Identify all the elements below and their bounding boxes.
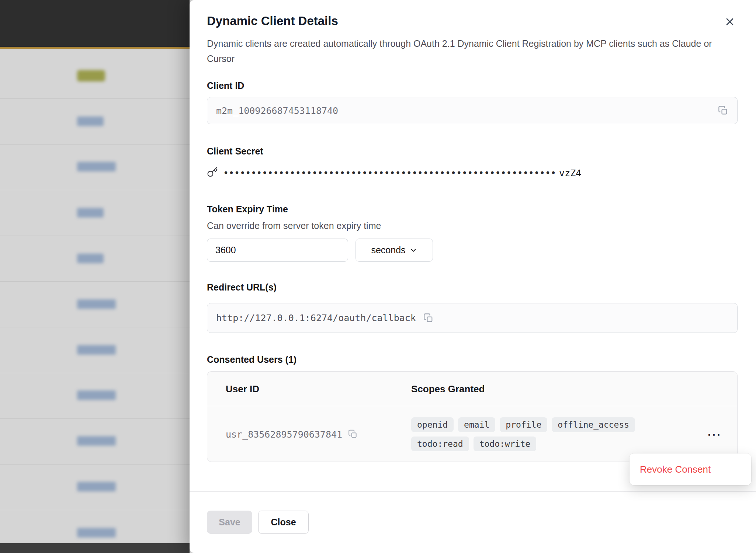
redirect-urls-label: Redirect URL(s) (207, 282, 277, 293)
save-button[interactable]: Save (207, 511, 252, 534)
scope-badge: offline_access (552, 417, 635, 432)
dynamic-client-details-dialog: Dynamic Client Details Dynamic clients a… (190, 0, 756, 553)
redirect-url-field: http://127.0.0.1:6274/oauth/callback (207, 303, 738, 333)
client-id-label: Client ID (207, 80, 244, 91)
client-secret-masked: ••••••••••••••••••••••••••••••••••••••••… (223, 168, 556, 178)
modal-backdrop (0, 0, 190, 553)
revoke-consent-menu-item[interactable]: Revoke Consent (640, 464, 711, 475)
consented-users-heading: Consented Users (1) (207, 354, 296, 365)
scope-badge: todo:write (474, 437, 536, 451)
background-page (0, 0, 190, 553)
client-id-field: m2m_100926687453118740 (207, 97, 738, 124)
column-header-scopes: Scopes Granted (411, 383, 485, 394)
token-expiry-label: Token Expiry Time (207, 204, 288, 215)
client-secret-suffix: vzZ4 (559, 168, 581, 178)
row-actions-menu: Revoke Consent (630, 453, 751, 485)
dialog-description: Dynamic clients are created automaticall… (207, 36, 721, 66)
copy-icon[interactable] (348, 429, 358, 439)
table-header-row: User ID Scopes Granted (207, 372, 737, 406)
user-id-value: usr_83562895790637841 (226, 429, 342, 439)
consented-users-table: User ID Scopes Granted usr_8356289579063… (207, 371, 738, 462)
scope-badge: todo:read (411, 437, 469, 451)
scope-badge: email (458, 417, 495, 432)
scope-badge: openid (411, 417, 454, 432)
dialog-title: Dynamic Client Details (207, 14, 338, 28)
copy-icon[interactable] (423, 313, 434, 323)
key-icon (207, 167, 218, 179)
column-header-user-id: User ID (226, 383, 259, 394)
token-expiry-unit-select[interactable]: seconds (356, 239, 433, 262)
token-expiry-unit-value: seconds (371, 245, 405, 255)
close-icon[interactable] (723, 15, 737, 29)
scope-badge: profile (500, 417, 547, 432)
copy-icon[interactable] (718, 105, 728, 116)
client-secret-label: Client Secret (207, 146, 263, 157)
chevron-down-icon (409, 246, 417, 254)
token-expiry-helper: Can override from server token expiry ti… (207, 220, 381, 231)
row-actions-ellipsis-icon[interactable]: ⋯ (707, 427, 721, 441)
footer-divider (190, 491, 756, 492)
client-id-value: m2m_100926687453118740 (216, 105, 338, 116)
redirect-url-value: http://127.0.0.1:6274/oauth/callback (216, 313, 416, 323)
scopes-granted-list: openid email profile offline_access todo… (411, 417, 651, 451)
token-expiry-input[interactable] (207, 239, 348, 262)
client-secret-row: ••••••••••••••••••••••••••••••••••••••••… (207, 167, 581, 179)
close-button[interactable]: Close (258, 511, 309, 534)
